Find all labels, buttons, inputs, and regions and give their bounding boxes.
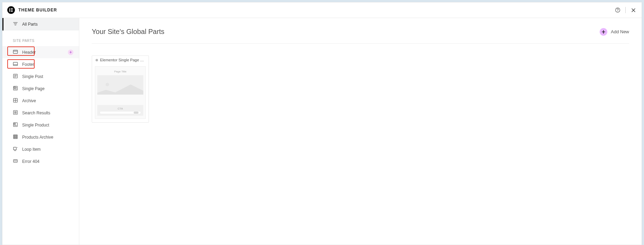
list-filter-icon xyxy=(13,21,18,27)
product-icon xyxy=(13,122,18,128)
sidebar-item-label: Search Results xyxy=(22,111,50,115)
sidebar-item-label: Single Post xyxy=(22,74,43,79)
preview-hero-image xyxy=(97,75,143,95)
sidebar-item-archive[interactable]: Archive xyxy=(2,95,79,107)
svg-rect-6 xyxy=(13,50,17,53)
svg-rect-3 xyxy=(11,11,13,12)
app-title: THEME BUILDER xyxy=(18,8,57,12)
svg-point-5 xyxy=(617,11,618,11)
topbar-divider xyxy=(625,7,626,13)
svg-rect-33 xyxy=(16,137,17,138)
products-archive-icon xyxy=(13,134,18,140)
sidebar-item-label: Error 404 xyxy=(22,159,39,164)
theme-builder-app: THEME BUILDER All Parts SITE xyxy=(2,2,642,245)
topbar-left: THEME BUILDER xyxy=(7,6,57,14)
post-icon xyxy=(13,73,18,80)
preview-cta: CTA xyxy=(97,105,143,116)
preview-cta-label: CTA xyxy=(100,107,141,110)
status-dot-icon xyxy=(96,59,98,61)
svg-rect-8 xyxy=(13,62,17,65)
main-header: Your Site's Global Parts Add New xyxy=(92,28,629,44)
sidebar-item-single-product[interactable]: Single Product xyxy=(2,119,79,131)
help-icon[interactable] xyxy=(614,7,621,14)
svg-rect-15 xyxy=(14,87,16,88)
elementor-logo-icon xyxy=(7,6,15,14)
sidebar-item-single-post[interactable]: Single Post xyxy=(2,70,79,82)
card-title: Elementor Single Page #9… xyxy=(100,58,145,62)
sidebar-item-label: Single Product xyxy=(22,123,49,128)
site-parts-list: Header + Footer xyxy=(2,46,79,167)
cards-container: Elementor Single Page #9… Page Title CTA xyxy=(92,55,629,123)
archive-icon xyxy=(13,98,18,104)
sidebar: All Parts SITE PARTS Header + xyxy=(2,18,79,245)
add-header-icon[interactable]: + xyxy=(68,50,73,55)
sidebar-item-all-parts[interactable]: All Parts xyxy=(2,18,79,30)
svg-rect-30 xyxy=(14,135,15,136)
preview-page-title: Page Title xyxy=(97,70,143,73)
sidebar-item-label: All Parts xyxy=(22,22,38,27)
sidebar-item-label: Loop Item xyxy=(22,147,41,152)
sidebar-item-label: Header xyxy=(22,50,36,55)
page-icon xyxy=(13,86,18,92)
svg-rect-27 xyxy=(14,123,16,124)
svg-rect-34 xyxy=(14,147,16,150)
svg-rect-0 xyxy=(9,8,10,12)
template-card[interactable]: Elementor Single Page #9… Page Title CTA xyxy=(92,55,149,123)
svg-rect-2 xyxy=(11,10,13,10)
error-404-icon: 404 xyxy=(13,158,18,165)
sidebar-item-products-archive[interactable]: Products Archive xyxy=(2,131,79,143)
card-header: Elementor Single Page #9… xyxy=(92,56,149,64)
add-new-label: Add New xyxy=(611,29,629,34)
sidebar-item-label: Archive xyxy=(22,98,36,103)
svg-rect-32 xyxy=(14,137,15,138)
card-preview: Page Title CTA xyxy=(95,66,146,119)
main-content: Your Site's Global Parts Add New Element… xyxy=(79,18,642,245)
header-icon xyxy=(13,49,18,55)
svg-rect-31 xyxy=(16,135,17,136)
topbar: THEME BUILDER xyxy=(2,2,642,18)
body: All Parts SITE PARTS Header + xyxy=(2,18,642,245)
sidebar-item-header[interactable]: Header + xyxy=(2,46,79,58)
sidebar-item-footer[interactable]: Footer xyxy=(2,58,79,70)
sidebar-item-label: Footer xyxy=(22,62,34,67)
sidebar-item-loop-item[interactable]: Loop Item xyxy=(2,143,79,155)
sidebar-item-label: Single Page xyxy=(22,86,45,91)
loop-item-icon xyxy=(13,146,18,152)
sidebar-item-error-404[interactable]: 404 Error 404 xyxy=(2,155,79,167)
svg-rect-1 xyxy=(11,8,13,9)
sidebar-item-search-results[interactable]: Search Results xyxy=(2,107,79,119)
sidebar-item-single-page[interactable]: Single Page xyxy=(2,82,79,95)
page-title: Your Site's Global Parts xyxy=(92,28,164,36)
add-new-button[interactable]: Add New xyxy=(600,28,629,36)
plus-icon xyxy=(600,28,607,36)
svg-text:404: 404 xyxy=(14,160,17,162)
close-icon[interactable] xyxy=(630,7,637,14)
sidebar-section-title: SITE PARTS xyxy=(2,30,79,46)
search-results-icon xyxy=(13,110,18,116)
topbar-right xyxy=(614,7,637,14)
footer-icon xyxy=(13,61,18,68)
sidebar-item-label: Products Archive xyxy=(22,135,53,140)
